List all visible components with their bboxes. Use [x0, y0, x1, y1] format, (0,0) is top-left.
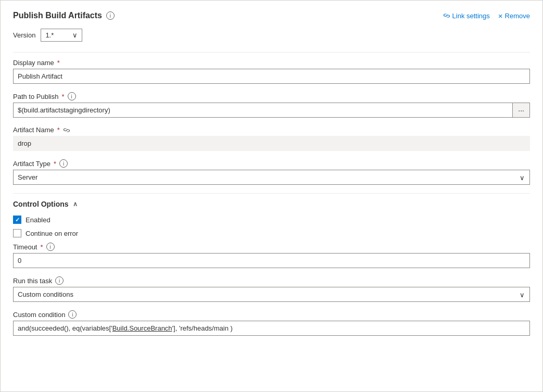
continue-on-error-label: Continue on error — [26, 230, 78, 237]
control-options-chevron-icon[interactable]: ∧ — [73, 200, 78, 208]
display-name-group: Display name * — [13, 59, 530, 84]
artifact-name-wrapper — [13, 136, 530, 151]
version-label: Version — [13, 31, 35, 39]
timeout-label: Timeout * i — [13, 243, 530, 251]
required-star-2: * — [61, 93, 64, 100]
enabled-checkbox[interactable] — [13, 216, 21, 224]
artifact-type-label: Artifact Type * i — [13, 159, 530, 168]
run-this-task-label: Run this task i — [13, 276, 530, 285]
required-star-5: * — [40, 243, 43, 251]
required-star: * — [57, 59, 60, 67]
enabled-row: Enabled — [13, 216, 530, 224]
link-settings-button[interactable]: Link settings — [443, 12, 490, 20]
info-icon[interactable]: i — [106, 11, 115, 20]
artifact-name-label: Artifact Name * — [13, 126, 530, 134]
path-ellipsis-button[interactable]: ··· — [512, 103, 530, 118]
continue-on-error-row: Continue on error — [13, 229, 530, 237]
required-star-4: * — [54, 160, 56, 168]
artifact-type-group: Artifact Type * i Server FilePath ∨ — [13, 159, 530, 185]
custom-condition-info-icon[interactable]: i — [68, 310, 77, 319]
path-to-publish-group: Path to Publish * i ··· — [13, 92, 530, 118]
custom-condition-label: Custom condition i — [13, 310, 530, 319]
link-settings-label: Link settings — [452, 12, 490, 20]
run-this-task-select[interactable]: Only when all previous tasks have succee… — [13, 287, 530, 302]
required-star-3: * — [57, 126, 60, 134]
remove-button[interactable]: × Remove — [498, 11, 530, 20]
timeout-info-icon[interactable]: i — [46, 243, 55, 251]
link-chain-icon — [63, 127, 70, 134]
divider-1 — [13, 52, 530, 53]
control-options-label: Control Options — [13, 200, 69, 208]
version-select[interactable]: 1.* ∨ — [41, 29, 82, 42]
version-value: 1.* — [45, 31, 54, 39]
remove-label: Remove — [505, 12, 530, 20]
artifact-type-select-wrapper: Server FilePath ∨ — [13, 170, 530, 185]
custom-condition-group: Custom condition i and(succeeded(), eq(v… — [13, 310, 530, 336]
artifact-name-input[interactable] — [14, 136, 529, 150]
path-to-publish-input[interactable] — [13, 103, 512, 118]
timeout-group: Timeout * i — [13, 243, 530, 268]
custom-condition-prefix: and(succeeded(), eq(variables[' — [18, 324, 112, 332]
close-icon: × — [498, 11, 503, 20]
path-to-publish-label: Path to Publish * i — [13, 92, 530, 100]
control-options-header: Control Options ∧ — [13, 200, 530, 208]
path-input-wrapper: ··· — [13, 103, 530, 118]
timeout-input[interactable] — [13, 253, 530, 268]
enabled-label: Enabled — [26, 216, 50, 224]
page-title: Publish Build Artifacts — [13, 11, 102, 20]
artifact-type-select[interactable]: Server FilePath — [13, 170, 530, 185]
custom-condition-suffix: '], 'refs/heads/main ) — [172, 324, 233, 332]
continue-on-error-checkbox[interactable] — [13, 229, 21, 237]
divider-2 — [13, 193, 530, 194]
display-name-input[interactable] — [13, 69, 530, 84]
display-name-label: Display name * — [13, 59, 530, 67]
artifact-type-info-icon[interactable]: i — [59, 159, 68, 168]
custom-condition-link: Build.SourceBranch — [112, 324, 172, 332]
run-this-task-group: Run this task i Only when all previous t… — [13, 276, 530, 302]
run-this-task-select-wrapper: Only when all previous tasks have succee… — [13, 287, 530, 302]
run-task-info-icon[interactable]: i — [55, 276, 64, 285]
link-icon — [443, 12, 450, 19]
custom-condition-display[interactable]: and(succeeded(), eq(variables['Build.Sou… — [13, 321, 530, 336]
path-info-icon[interactable]: i — [68, 92, 76, 100]
chevron-down-icon: ∨ — [72, 31, 78, 39]
artifact-name-group: Artifact Name * — [13, 126, 530, 151]
